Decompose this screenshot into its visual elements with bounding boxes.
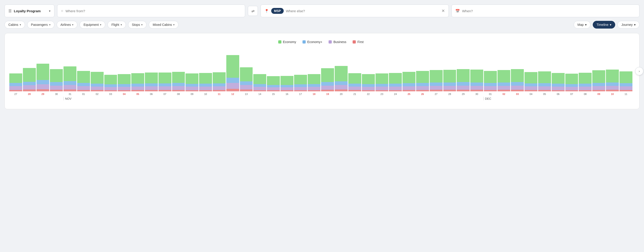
bar-group[interactable]: [131, 73, 144, 91]
bar-segment-business: [524, 86, 538, 90]
x-axis-label: 02: [91, 93, 104, 95]
filter-bar: Cabins▾Passengers▾Airlines▾Equipment▾Fli…: [4, 21, 640, 28]
bar-group[interactable]: [443, 70, 456, 91]
chevron-down-icon: ▾: [173, 23, 174, 26]
x-axis-label: 01: [484, 93, 497, 95]
x-axis-label: 26: [416, 93, 429, 95]
bar-group[interactable]: [308, 74, 321, 92]
filter-flight[interactable]: Flight▾: [108, 21, 126, 28]
bar-group[interactable]: [335, 66, 348, 91]
bar-segment-economy: [118, 74, 130, 84]
bar-group[interactable]: [606, 70, 619, 91]
bar-segment-economy: [443, 70, 456, 82]
filter-cabins[interactable]: Cabins▾: [4, 21, 25, 28]
bar-group[interactable]: [226, 55, 239, 91]
where-else-field[interactable]: [286, 9, 438, 13]
bar-group[interactable]: [348, 73, 361, 91]
when-field[interactable]: [462, 9, 636, 13]
bar-segment-economy: [145, 72, 158, 83]
bar-group[interactable]: [457, 69, 470, 91]
bar-group[interactable]: [158, 72, 172, 91]
bar-group[interactable]: [186, 73, 198, 91]
bar-group[interactable]: [240, 67, 253, 91]
msp-badge: MSP: [271, 8, 284, 14]
bar-group[interactable]: [77, 71, 90, 91]
bar-group[interactable]: [362, 74, 375, 92]
filter-equipment[interactable]: Equipment▾: [80, 21, 105, 28]
bar-segment-economy: [457, 69, 470, 82]
bar-group[interactable]: [430, 70, 443, 91]
x-axis-label: 31: [64, 93, 76, 95]
bar-group[interactable]: [416, 71, 429, 91]
bar-segment-first: [145, 90, 158, 91]
bar-group[interactable]: [64, 66, 76, 91]
bar-group[interactable]: [294, 75, 307, 91]
next-arrow-button[interactable]: ›: [635, 67, 643, 75]
bar-segment-business: [294, 87, 307, 90]
bar-group[interactable]: [498, 70, 510, 91]
bar-segment-economyPlus: [335, 81, 348, 85]
x-axis-label: 11: [213, 93, 226, 95]
bar-group[interactable]: [565, 74, 578, 91]
bar-group[interactable]: [321, 68, 334, 91]
bar-segment-business: [280, 87, 294, 90]
bar-group[interactable]: [9, 73, 22, 91]
bar-group[interactable]: [213, 72, 226, 91]
bar-group[interactable]: [104, 75, 117, 91]
bar-group[interactable]: [376, 73, 388, 91]
bar-segment-business: [186, 87, 198, 90]
bar-group[interactable]: [592, 70, 605, 91]
bar-segment-business: [253, 87, 266, 90]
bar-group[interactable]: [172, 72, 185, 91]
when-input[interactable]: 📅: [452, 4, 640, 17]
bar-group[interactable]: [253, 74, 266, 92]
bar-group[interactable]: [538, 71, 551, 91]
chevron-down-icon: ▾: [141, 23, 143, 26]
bar-segment-economy: [50, 69, 63, 82]
bar-group[interactable]: [620, 71, 632, 91]
x-axis-label: 10: [199, 93, 212, 95]
bar-group[interactable]: [118, 74, 130, 92]
bar-group[interactable]: [145, 72, 158, 91]
bar-group[interactable]: [50, 69, 63, 91]
view-timeline[interactable]: Timeline▾: [593, 21, 615, 28]
bar-segment-economy: [524, 72, 538, 83]
filter-mixed-cabins[interactable]: Mixed Cabins▾: [149, 21, 178, 28]
calendar-icon: 📅: [455, 9, 460, 13]
bar-group[interactable]: [402, 72, 416, 91]
bar-segment-economyPlus: [484, 83, 497, 86]
bar-segment-economy: [416, 71, 429, 83]
bar-group[interactable]: [511, 69, 524, 91]
bar-segment-business: [335, 85, 348, 89]
bar-group[interactable]: [23, 68, 36, 91]
bar-group[interactable]: [579, 73, 592, 91]
bar-group[interactable]: [91, 72, 104, 91]
bar-segment-economy: [484, 71, 497, 83]
bar-segment-first: [416, 90, 429, 91]
loyalty-dropdown[interactable]: ☰ Loyalty Program ▾: [4, 4, 54, 17]
swap-button[interactable]: ⇄: [248, 6, 258, 16]
bar-segment-business: [267, 87, 280, 90]
bar-segment-economyPlus: [280, 85, 294, 87]
x-axis-label: 05: [538, 93, 551, 95]
bar-group[interactable]: [280, 76, 294, 91]
bar-group[interactable]: [199, 73, 212, 91]
bar-group[interactable]: [36, 64, 50, 91]
filter-airlines[interactable]: Airlines▾: [57, 21, 78, 28]
bar-group[interactable]: [389, 73, 402, 91]
filter-passengers[interactable]: Passengers▾: [27, 21, 54, 28]
where-from-input[interactable]: ○: [57, 4, 245, 17]
bar-group[interactable]: [524, 72, 538, 91]
bar-group[interactable]: [470, 70, 483, 91]
where-from-field[interactable]: [66, 9, 242, 13]
location-pin-icon: 📍: [264, 9, 269, 13]
month-label-nov: NOV: [64, 97, 72, 100]
filter-stops[interactable]: Stops▾: [128, 21, 147, 28]
bar-group[interactable]: [267, 76, 280, 91]
where-else-input[interactable]: 📍 MSP ✕: [260, 4, 448, 17]
close-icon[interactable]: ✕: [442, 8, 445, 13]
bar-group[interactable]: [552, 73, 565, 91]
view-journey[interactable]: Journey▾: [618, 21, 640, 28]
bar-group[interactable]: [484, 71, 497, 91]
view-map[interactable]: Map▾: [574, 21, 590, 28]
